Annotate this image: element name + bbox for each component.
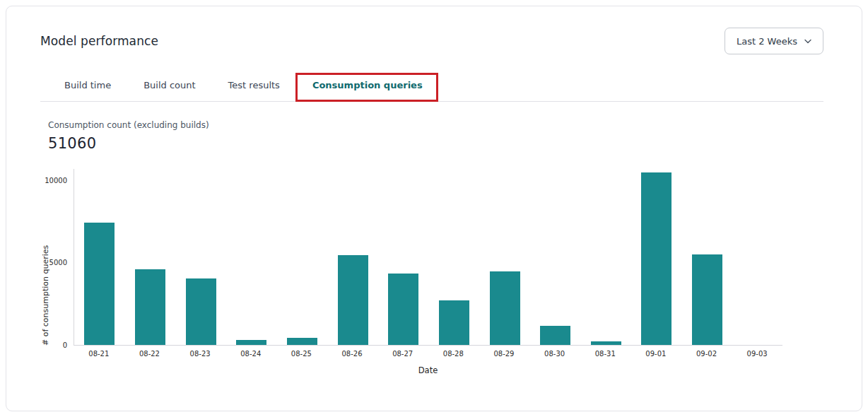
bar-08-26 (338, 255, 368, 345)
bar-09-02 (692, 254, 722, 345)
metric-block: Consumption count (excluding builds) 510… (48, 120, 862, 152)
y-tick-label: 5000 (6, 259, 67, 266)
bar-08-25 (287, 338, 317, 345)
x-tick-label: 08-23 (175, 350, 225, 358)
bar-09-01 (641, 172, 671, 345)
bar-08-22 (135, 269, 165, 345)
y-axis-title: # of consumption queries (41, 169, 50, 346)
tab-build-time[interactable]: Build time (64, 80, 111, 101)
x-tick-label: 08-22 (124, 350, 175, 358)
x-tick-label: 08-29 (479, 350, 529, 358)
x-tick-label: 08-28 (428, 350, 479, 358)
model-performance-card: Model performance Last 2 Weeks Build tim… (6, 6, 862, 411)
tab-build-count[interactable]: Build count (143, 80, 195, 101)
bar-08-21 (84, 223, 115, 345)
bar-08-28 (439, 300, 469, 345)
tab-test-results[interactable]: Test results (228, 80, 280, 101)
time-range-value: Last 2 Weeks (737, 36, 797, 47)
chart-wrapper: # of consumption queries 08-2108-2208-23… (6, 169, 862, 381)
tab-bar: Build time Build count Test results Cons… (40, 54, 823, 102)
metric-value: 51060 (48, 135, 862, 152)
tab-consumption-queries[interactable]: Consumption queries (312, 80, 423, 101)
time-range-dropdown[interactable]: Last 2 Weeks (725, 28, 823, 54)
chevron-down-icon (804, 39, 811, 44)
x-tick-label: 09-02 (681, 350, 732, 358)
card-header: Model performance Last 2 Weeks (40, 28, 823, 54)
y-tick-label: 10000 (6, 177, 67, 184)
bar-08-24 (236, 340, 266, 345)
bar-08-27 (388, 274, 418, 345)
page-title: Model performance (40, 34, 158, 48)
x-tick-label: 08-21 (74, 350, 124, 358)
x-tick-label: 08-27 (377, 350, 428, 358)
x-tick-label: 08-26 (327, 350, 377, 358)
x-tick-label: 08-31 (580, 350, 631, 358)
bar-08-31 (591, 341, 621, 345)
x-tick-label: 08-25 (276, 350, 327, 358)
x-axis-title: Date (74, 365, 782, 375)
bar-plot-area (74, 169, 782, 346)
x-tick-label: 08-24 (225, 350, 276, 358)
x-tick-label: 09-03 (732, 350, 782, 358)
bar-08-29 (490, 271, 520, 345)
bar-08-30 (540, 326, 570, 345)
x-axis-ticks: 08-2108-2208-2308-2408-2508-2608-2708-28… (74, 350, 782, 358)
x-tick-label: 08-30 (529, 350, 580, 358)
metric-label: Consumption count (excluding builds) (48, 120, 862, 130)
tab-consumption-queries-label: Consumption queries (312, 80, 423, 90)
x-tick-label: 09-01 (631, 350, 681, 358)
bar-08-23 (186, 278, 216, 346)
y-tick-label: 0 (6, 341, 67, 349)
